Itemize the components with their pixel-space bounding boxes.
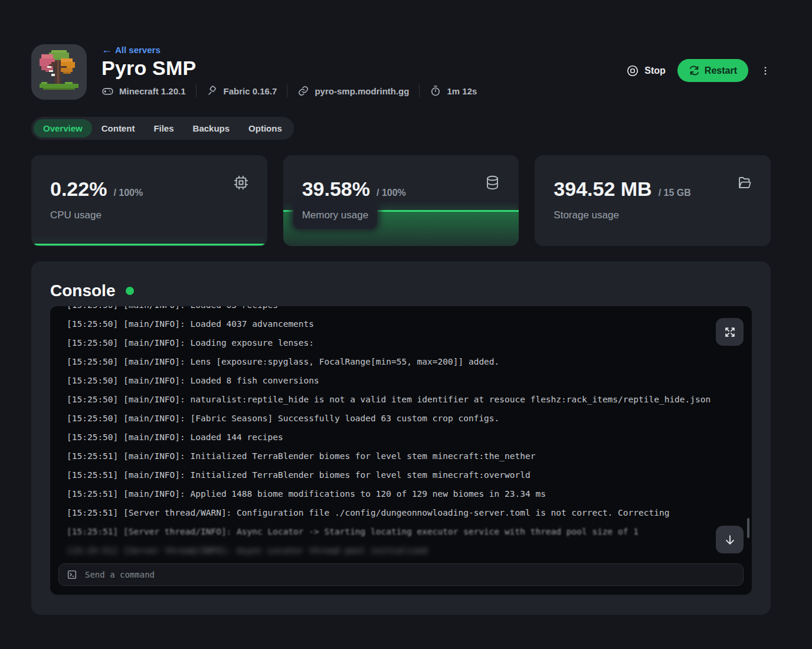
log-line: [15:25:51] [main/INFO]: Applied 1488 bio…: [67, 484, 735, 503]
server-meta-row: Minecraft 1.20.1 Fabric 0.16.7: [102, 84, 626, 97]
console-card: Console [15:25:50] [main/INFO]: Loaded 6…: [31, 261, 771, 615]
log-line: [15:25:50] [main/INFO]: naturalist:repti…: [67, 390, 735, 409]
log-line: [15:25:50] [main/INFO]: Loaded 8 fish co…: [67, 371, 735, 390]
meta-divider: [287, 84, 287, 97]
log-line: [15:25:50] [main/INFO]: Lens [exposure:s…: [67, 352, 735, 371]
meta-server-address[interactable]: pyro-smp.modrinth.gg: [297, 85, 409, 97]
tab-overview[interactable]: Overview: [34, 119, 92, 137]
server-header: ←All servers Pyro SMP Minecraft 1.20.1: [31, 44, 771, 100]
meta-uptime: 1m 12s: [430, 85, 477, 97]
link-icon: [297, 85, 309, 97]
cpu-usage-label: CPU usage: [50, 209, 102, 221]
back-to-all-servers-link[interactable]: ←All servers: [102, 44, 161, 55]
meta-minecraft-version: Minecraft 1.20.1: [102, 85, 186, 97]
more-options-button[interactable]: [760, 64, 771, 77]
expand-console-button[interactable]: [716, 318, 744, 346]
storage-usage-label: Storage usage: [554, 209, 619, 221]
memory-usage-label: Memory usage: [302, 209, 368, 221]
meta-loader-version: Fabric 0.16.7: [207, 85, 277, 97]
server-overview-page: ←All servers Pyro SMP Minecraft 1.20.1: [31, 0, 771, 615]
database-icon: [484, 175, 500, 193]
cpu-usage-card: 0.22% / 100% CPU usage: [31, 155, 267, 246]
log-line: [15:25:50] [main/INFO]: Loaded 4037 adva…: [67, 314, 735, 333]
stop-icon: [626, 64, 639, 77]
log-line: [15:25:51] [Server thread/INFO]: Async L…: [67, 541, 735, 560]
storage-usage-value: 394.52 MB: [554, 179, 651, 199]
console-scrollbar[interactable]: [747, 518, 749, 538]
cpu-usage-value: 0.22%: [50, 179, 107, 199]
command-bar: [58, 563, 744, 586]
kebab-menu-icon: [760, 64, 771, 77]
scroll-to-bottom-button[interactable]: [716, 526, 744, 553]
log-line: [15:25:51] [Server thread/WARN]: Configu…: [67, 503, 735, 522]
cpu-usage-total: / 100%: [113, 188, 143, 198]
meta-divider: [196, 84, 197, 97]
back-arrow-icon: ←: [102, 44, 112, 55]
arrow-down-icon: [723, 533, 736, 546]
memory-usage-total: / 100%: [376, 188, 406, 198]
meta-divider: [419, 84, 420, 97]
tab-backups[interactable]: Backups: [184, 119, 240, 137]
terminal-prompt-icon: [67, 569, 77, 580]
restart-button[interactable]: Restart: [677, 59, 748, 82]
tab-files[interactable]: Files: [144, 119, 183, 137]
log-line: [15:25:51] [main/INFO]: Initialized Terr…: [67, 447, 735, 466]
timer-icon: [430, 85, 441, 97]
gamepad-icon: [102, 85, 114, 97]
loader-icon: [207, 85, 218, 97]
console-logs: [15:25:50] [main/INFO]: Loaded 63 recipe…: [50, 306, 752, 560]
restart-icon: [689, 65, 700, 76]
log-line: [15:25:51] [Server thread/INFO]: Async L…: [67, 522, 735, 541]
server-avatar: [31, 44, 87, 100]
command-input[interactable]: [84, 569, 735, 580]
header-actions: Stop Restart: [626, 59, 771, 82]
log-line: [15:25:50] [main/INFO]: Loaded 63 recipe…: [67, 306, 735, 314]
tab-options[interactable]: Options: [239, 119, 292, 137]
cpu-usage-bar: [31, 244, 267, 246]
online-status-dot: [126, 287, 134, 295]
memory-usage-card: 39.58% / 100% Memory usage: [283, 155, 519, 246]
console-screen: [15:25:50] [main/INFO]: Loaded 63 recipe…: [50, 306, 752, 595]
log-line: [15:25:50] [main/INFO]: Loaded 144 recip…: [67, 428, 735, 447]
console-title: Console: [50, 281, 115, 300]
stop-button[interactable]: Stop: [626, 64, 666, 77]
tab-content[interactable]: Content: [92, 119, 145, 137]
folder-icon: [736, 175, 752, 193]
page-title: Pyro SMP: [102, 57, 626, 79]
memory-usage-value: 39.58%: [302, 179, 370, 199]
storage-usage-total: / 15 GB: [659, 188, 691, 198]
storage-usage-card: 394.52 MB / 15 GB Storage usage: [535, 155, 771, 246]
log-line: [15:25:50] [main/INFO]: Loading exposure…: [67, 333, 735, 352]
server-info: ←All servers Pyro SMP Minecraft 1.20.1: [102, 44, 626, 100]
log-line: [15:25:51] [main/INFO]: Initialized Terr…: [67, 466, 735, 484]
log-line: [15:25:50] [main/INFO]: [Fabric Seasons]…: [67, 409, 735, 428]
console-header: Console: [50, 281, 752, 300]
cpu-icon: [233, 175, 249, 193]
tree-icon: [35, 48, 83, 96]
stats-row: 0.22% / 100% CPU usage 39.58% / 100%: [31, 155, 771, 246]
expand-icon: [723, 326, 736, 339]
tab-bar: Overview Content Files Backups Options: [31, 117, 294, 140]
